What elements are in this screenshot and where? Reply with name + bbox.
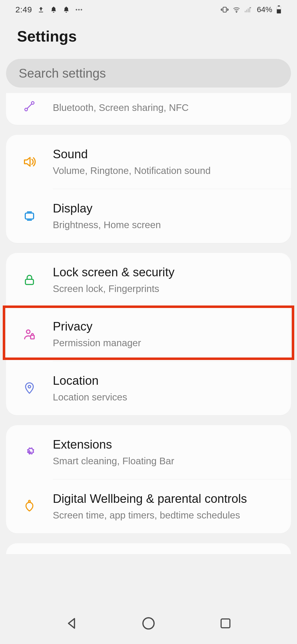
svg-point-16 <box>28 385 31 388</box>
svg-rect-4 <box>248 9 249 12</box>
row-subtitle: Brightness, Home screen <box>53 219 274 231</box>
row-title: Digital Wellbeing & parental controls <box>53 491 274 506</box>
search-box[interactable] <box>6 59 291 88</box>
share-icon <box>23 100 36 113</box>
svg-text:×: × <box>250 7 251 9</box>
card-connected: Bluetooth, Screen sharing, NFC <box>6 93 291 125</box>
svg-rect-0 <box>223 7 226 12</box>
battery-percent: 64% <box>257 5 272 14</box>
nav-recents-button[interactable] <box>215 612 237 634</box>
display-icon <box>22 209 37 223</box>
svg-rect-9 <box>277 7 281 9</box>
nav-back-button[interactable] <box>61 612 82 634</box>
status-bar: 2:49 ••• × 64% <box>0 0 297 19</box>
svg-point-1 <box>236 12 237 12</box>
svg-rect-15 <box>31 335 34 339</box>
notification-bell-icon <box>50 6 57 13</box>
svg-point-11 <box>31 102 34 104</box>
row-subtitle: Bluetooth, Screen sharing, NFC <box>53 101 274 114</box>
row-subtitle: Screen lock, Fingerprints <box>53 282 274 295</box>
system-nav-bar <box>0 603 297 644</box>
signal-icon: × <box>244 7 252 13</box>
upload-icon <box>37 6 45 13</box>
svg-point-18 <box>143 618 154 629</box>
status-more-icon: ••• <box>75 7 83 13</box>
notification-bell-icon <box>63 6 70 13</box>
wifi-icon <box>233 7 240 13</box>
vibrate-icon <box>221 6 229 13</box>
search-input[interactable] <box>19 66 278 81</box>
svg-rect-19 <box>221 619 230 628</box>
wellbeing-icon <box>23 499 36 514</box>
row-title: Privacy <box>53 319 274 334</box>
card-extensions: Extensions Smart cleaning, Floating Bar … <box>6 425 291 533</box>
row-title: Display <box>53 201 274 216</box>
row-sound[interactable]: Sound Volume, Ringtone, Notification sou… <box>6 135 291 189</box>
row-title: Extensions <box>53 437 274 452</box>
status-clock: 2:49 <box>15 5 32 14</box>
sound-icon <box>22 154 37 169</box>
row-title: Lock screen & security <box>53 264 274 280</box>
location-icon <box>23 381 36 395</box>
svg-rect-7 <box>278 6 280 7</box>
svg-point-10 <box>25 108 28 111</box>
svg-point-14 <box>26 330 30 333</box>
row-subtitle: Smart cleaning, Floating Bar <box>53 455 274 467</box>
row-title: Location <box>53 373 274 388</box>
row-subtitle: Screen time, app timers, bedtime schedul… <box>53 509 274 522</box>
row-subtitle: Location services <box>53 391 274 403</box>
svg-rect-13 <box>25 279 33 284</box>
svg-rect-3 <box>246 10 247 12</box>
row-subtitle: Volume, Ringtone, Notification sound <box>53 164 274 177</box>
card-sound-display: Sound Volume, Ringtone, Notification sou… <box>6 135 291 243</box>
settings-list: Bluetooth, Screen sharing, NFC Sound Vol… <box>0 93 297 563</box>
card-security: Lock screen & security Screen lock, Fing… <box>6 253 291 415</box>
nav-home-button[interactable] <box>138 612 160 634</box>
privacy-icon <box>22 327 37 341</box>
row-location[interactable]: Location Location services <box>6 361 291 415</box>
row-lock-screen[interactable]: Lock screen & security Screen lock, Fing… <box>6 253 291 307</box>
svg-rect-12 <box>25 213 34 219</box>
battery-icon <box>276 6 282 14</box>
extensions-icon <box>22 445 37 459</box>
card-next-peek <box>6 543 291 554</box>
lock-icon <box>23 273 36 287</box>
row-privacy[interactable]: Privacy Permission manager <box>6 307 291 361</box>
page-title: Settings <box>0 19 297 59</box>
row-subtitle: Permission manager <box>53 337 274 349</box>
row-connected-devices[interactable]: Bluetooth, Screen sharing, NFC <box>6 93 291 125</box>
row-title: Sound <box>53 146 274 162</box>
row-digital-wellbeing[interactable]: Digital Wellbeing & parental controls Sc… <box>6 479 291 533</box>
row-display[interactable]: Display Brightness, Home screen <box>6 189 291 243</box>
row-extensions[interactable]: Extensions Smart cleaning, Floating Bar <box>6 425 291 479</box>
svg-rect-2 <box>245 11 246 12</box>
